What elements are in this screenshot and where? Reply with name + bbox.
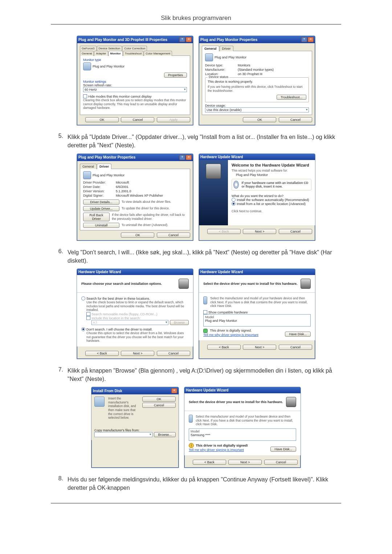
close-icon[interactable]: × (308, 37, 314, 42)
cancel-button[interactable]: Cancel (279, 229, 312, 234)
apply-button: Apply (157, 117, 190, 122)
next-button[interactable]: Next > (243, 345, 276, 350)
next-button[interactable]: Next > (243, 229, 276, 234)
browse-button[interactable]: Browse... (154, 432, 176, 437)
tab-monitor[interactable]: Monitor (109, 51, 123, 56)
tab-color-correction[interactable]: Color Correction (122, 46, 147, 51)
tab-general[interactable]: General (80, 51, 94, 56)
driver-details-button[interactable]: Driver Details... (83, 200, 119, 205)
ok-button[interactable]: OK (142, 397, 176, 402)
ok-button[interactable]: OK (85, 117, 119, 122)
date-value: 6/6/2001 (116, 185, 128, 189)
tab-driver[interactable]: Driver (220, 46, 233, 51)
help-icon[interactable]: ? (179, 155, 185, 160)
bottom-rule (51, 503, 341, 504)
tab-general[interactable]: General (202, 46, 219, 51)
back-button[interactable]: < Back (207, 345, 241, 350)
properties-button[interactable]: Properties (164, 73, 187, 78)
cancel-button[interactable]: Cancel (264, 460, 298, 465)
step-6-text: Velg "Don't search, I will... (Ikke søk,… (68, 248, 341, 265)
uninstall-hint: To uninstall the driver (Advanced). (122, 223, 168, 227)
wizard-line1: This wizard helps you install software f… (232, 169, 311, 173)
back-button[interactable]: < Back (193, 460, 226, 465)
titlebar-text: Plug and Play Monitor Properties (200, 38, 257, 42)
wizard-icon (179, 279, 189, 289)
next-button[interactable]: Next > (228, 460, 262, 465)
cancel-button[interactable]: Cancel (279, 345, 312, 350)
wizard-icon (301, 279, 311, 289)
monitor-heading: Plug and Play Monitor (93, 173, 124, 177)
device-type-label: Device type: (205, 63, 234, 67)
refresh-rate-dropdown[interactable]: 60 Hertz (83, 87, 187, 92)
model-listbox[interactable]: Model Plug and Play Monitor (203, 314, 311, 327)
signing-info-link[interactable]: Tell me why driver signing is important (203, 333, 258, 337)
device-icon (189, 415, 193, 423)
close-icon[interactable]: × (186, 155, 192, 160)
opt-dont-search[interactable]: Don't search. I will choose the driver t… (81, 327, 189, 331)
dlg-display-properties: Plug and Play Monitor and 3D Prophet III… (77, 36, 193, 126)
titlebar-text: Plug and Play Monitor and 3D Prophet III… (78, 38, 167, 42)
tab-general[interactable]: General (80, 164, 97, 169)
cancel-button[interactable]: Cancel (157, 233, 190, 238)
rollback-driver-button[interactable]: Roll Back Driver (83, 213, 110, 221)
uninstall-button[interactable]: Uninstall (83, 223, 119, 228)
close-icon[interactable]: × (171, 388, 177, 393)
have-disk-button[interactable]: Have Disk... (285, 332, 311, 337)
tab-troubleshoot[interactable]: Troubleshoot (123, 51, 143, 56)
tab-color-management[interactable]: Color Management (144, 51, 172, 56)
titlebar[interactable]: Plug and Play Monitor and 3D Prophet III… (77, 36, 193, 43)
titlebar-text: Hardware Update Wizard (186, 388, 229, 392)
have-disk-button[interactable]: Have Disk... (270, 447, 296, 452)
chk-include-location: Include this location in the search: (86, 316, 189, 320)
monitor-type-value: Plug and Play Monitor (93, 65, 124, 68)
next-button[interactable]: Next > (121, 351, 154, 356)
model-listbox[interactable]: Model Samsung **** (189, 428, 296, 441)
signing-info-link[interactable]: Tell me why driver signing is important (189, 448, 248, 452)
manufacturer-label: Manufacturer: (205, 68, 234, 71)
close-icon[interactable]: × (186, 37, 192, 42)
titlebar-text: Hardware Update Wizard (200, 155, 243, 159)
cancel-button[interactable]: Cancel (142, 403, 176, 408)
step-7-number: 7. (51, 366, 68, 383)
opt-search-best[interactable]: Search for the best driver in these loca… (81, 296, 189, 300)
update-driver-hint: To update the driver for this device. (122, 206, 170, 210)
back-button[interactable]: < Back (85, 351, 119, 356)
titlebar[interactable]: Plug and Play Monitor Properties ? × (199, 36, 315, 43)
cancel-button[interactable]: Cancel (157, 351, 190, 356)
ok-button[interactable]: OK (243, 117, 276, 122)
device-usage-dropdown[interactable]: Use this device (enable) (205, 107, 309, 112)
wizard-title: Welcome to the Hardware Update Wizard (232, 163, 311, 167)
update-driver-button[interactable]: Update Driver... (83, 206, 119, 211)
copy-from-label: Copy manufacturer's files from: (94, 428, 176, 432)
troubleshoot-button[interactable]: Troubleshoot... (277, 95, 306, 100)
tab-geforce3[interactable]: GeForce3 (80, 46, 97, 51)
opt-install-auto[interactable]: Install the software automatically (Reco… (232, 198, 311, 202)
opt-install-list[interactable]: Install from a list or specific location… (232, 202, 311, 206)
model-value[interactable]: Plug and Play Monitor (205, 319, 309, 323)
dlg-wizard-select-driver: Hardware Update Wizard Select the device… (199, 268, 315, 359)
cancel-button[interactable]: Cancel (121, 117, 154, 122)
ok-button[interactable]: OK (121, 233, 154, 238)
model-value[interactable]: Samsung **** (191, 433, 294, 437)
dlg-pnp-monitor-general: Plug and Play Monitor Properties ? × Gen… (199, 36, 315, 126)
tab-adapter[interactable]: Adapter (94, 51, 108, 56)
wizard-device-name: Plug and Play Monitor (236, 173, 311, 177)
step-8-number: 8. (51, 475, 68, 492)
version-label: Driver Version: (83, 189, 112, 193)
help-icon[interactable]: ? (179, 37, 185, 42)
wizard-icon (206, 164, 221, 179)
cancel-button[interactable]: Cancel (279, 117, 312, 122)
signed-text: This driver is digitally signed. (203, 329, 258, 333)
manufacturer-value: (Standard monitor types) (238, 68, 274, 71)
hide-modes-checkbox[interactable]: Hide modes that this monitor cannot disp… (83, 94, 187, 98)
not-signed-text: ! This driver is not digitally signed! (189, 443, 248, 448)
location-dropdown: A:\ (91, 320, 168, 325)
show-compatible-checkbox[interactable]: Show compatible hardware (203, 310, 311, 314)
help-icon[interactable]: ? (301, 37, 307, 42)
monitor-icon (205, 53, 213, 61)
copy-from-dropdown[interactable] (94, 432, 152, 437)
select-driver-hint: Select the manufacturer and model of you… (196, 415, 296, 426)
refresh-rate-label: Screen refresh rate: (83, 83, 187, 87)
tab-device-selection[interactable]: Device Selection (97, 46, 122, 51)
tab-driver[interactable]: Driver (97, 164, 111, 169)
